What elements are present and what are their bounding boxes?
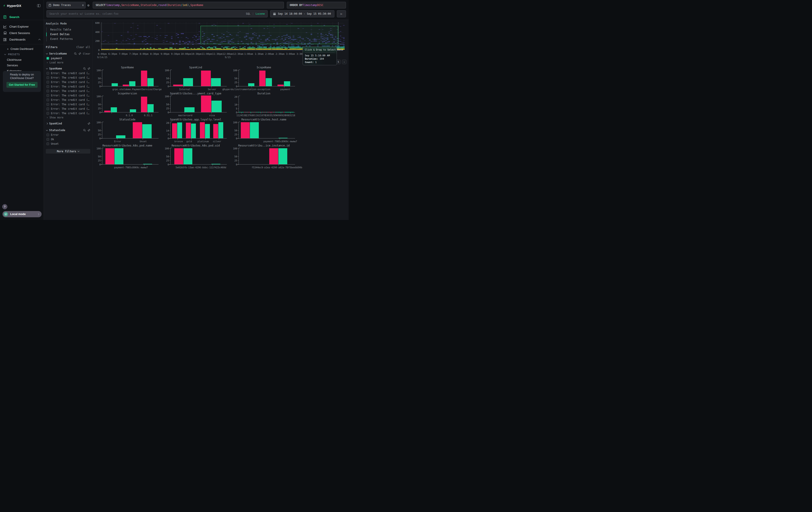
- heatmap-cell: [252, 47, 254, 47]
- heatmap-cell: [286, 24, 288, 25]
- chart-x-tick-label: 19935295: [265, 114, 277, 117]
- duration-baseline-red-speck: [257, 112, 258, 112]
- search-input[interactable]: [49, 12, 246, 16]
- heatmap-cell: [199, 49, 200, 50]
- promo-line2: ClickHouse Cloud?: [3, 77, 41, 80]
- heatmap-cell: [297, 46, 299, 46]
- heatmap-cell: [223, 49, 225, 50]
- heatmap-cell: [297, 44, 299, 45]
- heatmap-cell: [215, 47, 216, 47]
- heatmap-cell: [234, 44, 236, 45]
- date-range-picker[interactable]: Sep 14 18:00:00 - Sep 15 05:30:00: [270, 10, 335, 17]
- heatmap-cell: [151, 37, 153, 38]
- duration-baseline-red-speck: [267, 112, 268, 112]
- duration-baseline-red-speck: [247, 112, 248, 112]
- heatmap-cell: [259, 49, 260, 50]
- create-dashboard-button[interactable]: + Create Dashboard: [0, 46, 44, 52]
- local-mode-button[interactable]: U Local mode: [2, 211, 41, 217]
- chart-x-tick: [290, 112, 291, 113]
- heatmap-cell: [220, 49, 221, 50]
- lucene-mode-button[interactable]: Lucene: [256, 12, 265, 16]
- duration-baseline-red-speck: [246, 112, 247, 112]
- sql-mode-button[interactable]: SQL: [246, 12, 251, 16]
- duration-baseline-red-speck: [277, 112, 278, 112]
- source-select[interactable]: Demo Traces: [47, 2, 86, 8]
- sidebar-item-dashboards[interactable]: Dashboards: [0, 36, 44, 43]
- chart-y-tick: [101, 104, 102, 105]
- pagination-next-button[interactable]: ›: [342, 60, 346, 64]
- gear-icon[interactable]: ⚙: [87, 3, 89, 7]
- bar-green: [183, 148, 192, 164]
- heatmap-cell: [173, 49, 174, 50]
- heatmap-cell: [249, 47, 250, 48]
- heatmap-cell: [150, 48, 151, 49]
- heatmap-cell: [179, 42, 180, 43]
- heatmap-cell: [286, 47, 288, 48]
- sidebar-item-clickhouse[interactable]: ClickHouse: [0, 57, 44, 62]
- heatmap-cell: [236, 49, 237, 50]
- help-button[interactable]: ?: [2, 204, 7, 209]
- heatmap-selection-rect: [201, 26, 338, 44]
- get-started-button[interactable]: Get Started for Free: [6, 82, 37, 88]
- chart-plot: 02550100f5344ec9-a1ea-4290-a62a-78f5bee8…: [238, 148, 294, 164]
- logo-row: ⚡ HyperDX: [0, 0, 44, 11]
- heatmap-cell: [116, 48, 117, 49]
- heatmap-cell: [259, 46, 260, 46]
- heatmap-cell: [335, 46, 337, 46]
- chart-title: SpanName: [94, 66, 160, 69]
- chart-x-tick: [130, 112, 130, 113]
- heatmap-cell: [194, 39, 195, 40]
- heatmap-cell: [325, 46, 327, 46]
- heatmap-cell: [200, 47, 202, 47]
- sidebar-item-client-sessions[interactable]: Client Sessions: [0, 30, 44, 36]
- heatmap-cell: [242, 23, 244, 24]
- heatmap-cell: [108, 35, 109, 36]
- heatmap-cell: [129, 49, 130, 50]
- chart-x-tick: [279, 164, 279, 166]
- chart-y-tick-label: 0: [163, 163, 169, 166]
- chart-x-tick-label: silver: [213, 140, 221, 143]
- presets-group[interactable]: PRESETS: [0, 52, 44, 57]
- heatmap-cell: [208, 49, 210, 50]
- heatmap-cell: [307, 44, 309, 45]
- heatmap-cell: [199, 37, 200, 38]
- heatmap-cell: [288, 47, 289, 47]
- bar-red: [104, 111, 111, 112]
- heatmap-cell: [277, 48, 278, 49]
- chart-y-tick: [238, 82, 238, 83]
- chart-y-tick: [101, 138, 102, 139]
- heatmap-cell: [291, 23, 293, 24]
- pagination-page-button[interactable]: 5: [336, 60, 341, 64]
- heatmap-cell: [289, 47, 291, 47]
- chart-y-tick-label: 0: [231, 163, 237, 166]
- heatmap-cell: [259, 48, 260, 49]
- heatmap-cell: [289, 49, 291, 50]
- heatmap-cell: [171, 47, 173, 48]
- sidebar-item-search[interactable]: Search: [0, 14, 44, 20]
- sidebar-collapse-icon[interactable]: [37, 4, 40, 7]
- chart-x-tick: [185, 112, 185, 113]
- heatmap-cell: [263, 44, 265, 45]
- heatmap-cell: [145, 41, 147, 42]
- sidebar-item-chart-explorer[interactable]: Chart Explorer: [0, 23, 44, 30]
- heatmap-cell: [187, 44, 189, 45]
- heatmap-cell: [143, 40, 145, 41]
- chart-y-axis: [170, 122, 171, 138]
- heatmap-cell: [171, 36, 173, 37]
- heatmap-cell: [296, 49, 297, 50]
- select-query-input[interactable]: SELECT Timestamp, ServiceName, StatusCod…: [93, 2, 284, 8]
- heatmap-cell: [283, 49, 285, 50]
- sidebar-item-services[interactable]: Services: [0, 62, 44, 68]
- chart-plot: 071428bronzegoldplatinumsilver: [170, 122, 226, 138]
- chart-y-tick-label: 50: [95, 129, 101, 132]
- order-by-input[interactable]: ORDER BY Timestamp DESC: [287, 2, 346, 8]
- heatmap-cell: [340, 47, 341, 47]
- bar-green: [147, 78, 154, 86]
- heatmap-cell: [177, 37, 179, 38]
- heatmap-cell: [260, 48, 262, 49]
- run-query-button[interactable]: ▷: [337, 10, 346, 17]
- heatmap-cell: [343, 47, 345, 47]
- heatmap-cell: [273, 48, 275, 49]
- heatmap-cell: [105, 40, 106, 41]
- heatmap-cell: [126, 40, 127, 41]
